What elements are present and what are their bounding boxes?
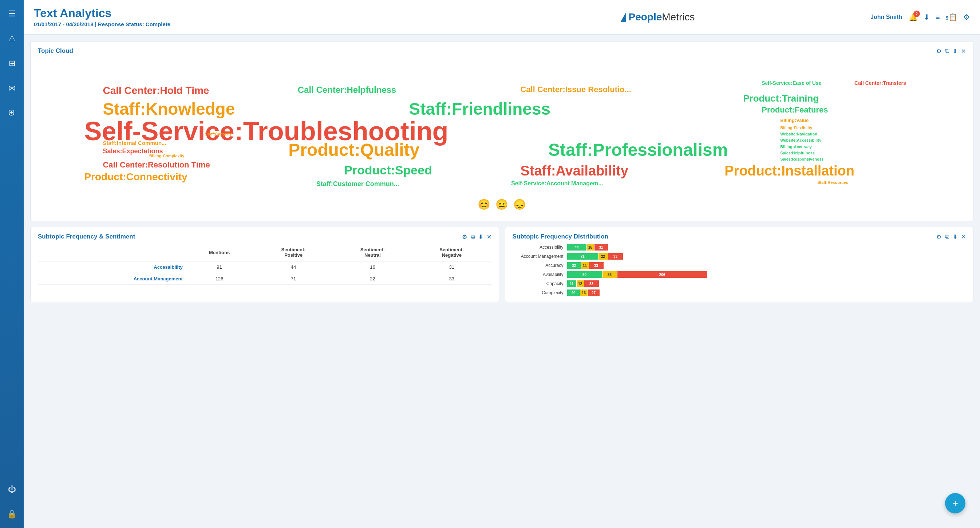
row-neutral: 22 [333, 273, 412, 285]
topic-word[interactable]: Staff:Capacity [205, 132, 232, 136]
power-icon[interactable]: ⏻ [5, 482, 19, 497]
row-label: Accessibility [38, 261, 185, 273]
logo-bold: People [628, 11, 662, 23]
topic-word[interactable]: Staff:Friendliness [409, 99, 551, 119]
topic-word[interactable]: Product:Installation [724, 163, 854, 179]
freq-download-icon[interactable]: ⬇ [478, 234, 483, 240]
bar-segment-yellow: 16 [587, 244, 594, 251]
topic-word[interactable]: Product:Training [743, 93, 819, 104]
topic-cloud-settings-icon[interactable]: ⚙ [936, 48, 942, 55]
bar-segment-yellow: 11 [581, 262, 589, 269]
bar-label: Availability [512, 272, 563, 277]
shield-icon[interactable]: ⛨ [5, 106, 19, 120]
cloud-legend: 😊 😐 😞 [477, 199, 526, 210]
table-row: Account Management 126 71 22 33 [38, 273, 492, 285]
topic-word[interactable]: Staff:Internal Commun... [103, 140, 166, 146]
topbar-icons: 🔔 2 ⬇ ≡ 5📋 ⚙ [908, 13, 970, 21]
user-info: John Smith [870, 14, 902, 21]
topic-word[interactable]: Website:Accessibility [780, 138, 821, 142]
topic-word[interactable]: Call Center:Resolution Time [103, 160, 210, 170]
bar-segment-red: 27 [588, 289, 600, 296]
topbar-title-section: Text Analytics 01/01/2017 - 04/30/2018 |… [34, 7, 445, 27]
subtopic-dist-header: Subtopic Frequency Distribution ⚙ ⧉ ⬇ ✕ [512, 233, 966, 240]
bar-segment-green: 80 [567, 271, 602, 278]
topic-word[interactable]: Self-Service:Account Managem... [511, 180, 603, 187]
topic-word[interactable]: Billing:Accuracy [780, 145, 812, 149]
topbar: Text Analytics 01/01/2017 - 04/30/2018 |… [24, 0, 980, 35]
bar-row: Accuracy321133 [512, 262, 966, 269]
dist-settings-icon[interactable]: ⚙ [936, 234, 942, 240]
dist-download-icon[interactable]: ⬇ [953, 234, 958, 240]
bottom-row: Subtopic Frequency & Sentiment ⚙ ⧉ ⬇ ✕ M… [30, 227, 974, 302]
bar-segment-red: 33 [608, 253, 623, 260]
topic-word[interactable]: Call Center:Issue Resolutio... [520, 85, 631, 94]
topic-cloud-close-icon[interactable]: ✕ [961, 48, 966, 55]
bar-row: Availability8033206 [512, 271, 966, 278]
topic-word[interactable]: Sales:Helpfulness [780, 151, 815, 155]
page-subtitle: 01/01/2017 - 04/30/2018 | Response Statu… [34, 21, 445, 27]
bar-segment-red: 33 [584, 280, 599, 287]
row-neutral: 16 [333, 261, 412, 273]
topic-word[interactable]: Product:Speed [344, 163, 432, 177]
share-icon[interactable]: ⋈ [5, 81, 19, 95]
freq-close-icon[interactable]: ✕ [487, 234, 492, 240]
report-count-icon[interactable]: 5📋 [946, 13, 958, 21]
topic-cloud-copy-icon[interactable]: ⧉ [945, 48, 949, 54]
subtopic-freq-title: Subtopic Frequency & Sentiment [38, 233, 135, 240]
bar-row: Capacity211233 [512, 280, 966, 287]
topic-word[interactable]: Staff:Availability [520, 163, 628, 179]
filter-icon[interactable]: ≡ [935, 13, 940, 21]
bar-segment-green: 32 [567, 262, 581, 269]
topic-word[interactable]: Product:Quality [288, 140, 419, 160]
dist-close-icon[interactable]: ✕ [961, 234, 966, 240]
topic-word[interactable]: Sales:Responsiveness [780, 157, 824, 161]
subtopic-freq-controls: ⚙ ⧉ ⬇ ✕ [462, 234, 492, 240]
report-count: 5 [946, 15, 948, 21]
col-neutral: Sentiment:Neutral [333, 244, 412, 261]
settings-icon[interactable]: ⚙ [963, 13, 970, 21]
bar-segments: 441631 [567, 244, 608, 251]
topic-word[interactable]: Call Center:Helpfulness [298, 85, 396, 95]
row-label: Account Management [38, 273, 185, 285]
subtopic-dist-controls: ⚙ ⧉ ⬇ ✕ [936, 234, 966, 240]
topic-word[interactable]: Product:Connectivity [84, 171, 187, 183]
fab-button[interactable]: + [945, 493, 966, 514]
bar-label: Accuracy [512, 263, 563, 268]
negative-legend-icon: 😞 [513, 199, 526, 210]
topic-word[interactable]: Self-Service:Ease of Use [762, 80, 821, 86]
bar-segments: 291627 [567, 289, 600, 296]
neutral-legend-icon: 😐 [495, 199, 508, 210]
freq-settings-icon[interactable]: ⚙ [462, 234, 467, 240]
col-label [38, 244, 185, 261]
topic-word[interactable]: Call Center:Hold Time [103, 85, 209, 97]
sidebar: ☰ ⚠ ⊞ ⋈ ⛨ ⏻ 🔒 [0, 0, 24, 528]
topic-cloud-download-icon[interactable]: ⬇ [953, 48, 958, 55]
alert-icon[interactable]: ⚠ [5, 31, 19, 46]
bar-label: Accessibility [512, 245, 563, 250]
topic-word[interactable]: Billing:Flexibility [780, 126, 812, 130]
download-icon[interactable]: ⬇ [924, 13, 930, 21]
bar-segment-red: 31 [595, 244, 608, 251]
topic-word[interactable]: Product:Features [762, 105, 828, 115]
dist-copy-icon[interactable]: ⧉ [945, 234, 949, 240]
bar-segment-red: 33 [589, 262, 604, 269]
topic-word[interactable]: Staff:Knowledge [103, 99, 235, 119]
grid-icon[interactable]: ⊞ [5, 56, 19, 71]
topic-word[interactable]: Staff:Resources [817, 180, 848, 184]
topic-word[interactable]: Call Center:Transfers [854, 80, 906, 86]
freq-copy-icon[interactable]: ⧉ [471, 234, 475, 240]
col-negative: Sentiment:Negative [412, 244, 491, 261]
row-positive: 71 [254, 273, 333, 285]
topic-word[interactable]: Billing:Value [780, 118, 808, 123]
topic-word[interactable]: Staff:Customer Commun... [317, 180, 399, 188]
menu-icon[interactable]: ☰ [5, 6, 19, 21]
notification-bell-icon[interactable]: 🔔 2 [908, 13, 918, 21]
topic-word[interactable]: Staff:Professionalism [548, 140, 728, 160]
topic-word[interactable]: Website:Navigation [780, 132, 817, 136]
bar-segment-green: 21 [567, 280, 576, 287]
lock-icon[interactable]: 🔒 [5, 507, 19, 522]
table-row: Accessibility 91 44 16 31 [38, 261, 492, 273]
topic-cloud-container: Call Center:Hold TimeCall Center:Helpful… [38, 58, 966, 215]
topic-word[interactable]: Billing:Complexity [149, 154, 185, 158]
page-title: Text Analytics [34, 7, 445, 20]
